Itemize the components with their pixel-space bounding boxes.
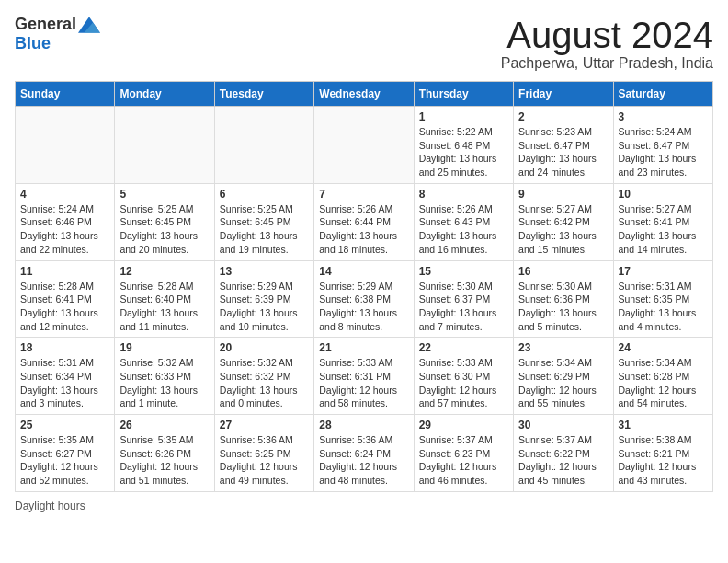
day-number: 10 <box>619 188 708 201</box>
day-info: Sunrise: 5:36 AM Sunset: 6:25 PM Dayligh… <box>220 433 309 488</box>
calendar-cell: 10Sunrise: 5:27 AM Sunset: 6:41 PM Dayli… <box>613 183 712 260</box>
day-info: Sunrise: 5:29 AM Sunset: 6:39 PM Dayligh… <box>220 280 309 334</box>
day-info: Sunrise: 5:36 AM Sunset: 6:24 PM Dayligh… <box>319 433 408 488</box>
day-info: Sunrise: 5:25 AM Sunset: 6:45 PM Dayligh… <box>220 202 309 257</box>
title-area: August 2024 Pachperwa, Uttar Pradesh, In… <box>501 15 713 72</box>
calendar-cell: 1Sunrise: 5:22 AM Sunset: 6:48 PM Daylig… <box>414 107 513 184</box>
calendar-cell: 15Sunrise: 5:30 AM Sunset: 6:37 PM Dayli… <box>414 260 513 338</box>
day-number: 23 <box>518 341 608 354</box>
day-number: 29 <box>419 419 508 431</box>
calendar-cell: 8Sunrise: 5:26 AM Sunset: 6:43 PM Daylig… <box>414 183 513 260</box>
day-number: 9 <box>518 188 608 201</box>
calendar-cell: 12Sunrise: 5:28 AM Sunset: 6:40 PM Dayli… <box>115 260 214 338</box>
daylight-label: Daylight hours <box>15 500 85 512</box>
day-number: 14 <box>319 265 408 278</box>
day-info: Sunrise: 5:37 AM Sunset: 6:22 PM Dayligh… <box>518 433 608 488</box>
calendar-cell: 28Sunrise: 5:36 AM Sunset: 6:24 PM Dayli… <box>314 415 414 492</box>
day-number: 19 <box>119 341 209 354</box>
day-info: Sunrise: 5:31 AM Sunset: 6:35 PM Dayligh… <box>619 280 708 334</box>
calendar-header-row: SundayMondayTuesdayWednesdayThursdayFrid… <box>16 82 713 107</box>
day-info: Sunrise: 5:24 AM Sunset: 6:47 PM Dayligh… <box>619 125 708 179</box>
calendar-cell: 5Sunrise: 5:25 AM Sunset: 6:45 PM Daylig… <box>115 183 214 260</box>
day-number: 4 <box>20 188 109 201</box>
day-number: 15 <box>419 265 508 278</box>
calendar-cell <box>115 107 214 184</box>
day-number: 1 <box>419 110 508 123</box>
day-number: 24 <box>619 341 708 354</box>
day-info: Sunrise: 5:34 AM Sunset: 6:29 PM Dayligh… <box>518 356 608 410</box>
day-info: Sunrise: 5:25 AM Sunset: 6:45 PM Dayligh… <box>119 202 209 257</box>
logo-icon <box>78 17 100 33</box>
logo-general: General <box>15 15 76 34</box>
calendar-cell: 2Sunrise: 5:23 AM Sunset: 6:47 PM Daylig… <box>514 107 613 184</box>
day-info: Sunrise: 5:33 AM Sunset: 6:31 PM Dayligh… <box>319 356 408 410</box>
day-number: 5 <box>119 188 209 201</box>
logo: General Blue <box>15 15 100 53</box>
day-info: Sunrise: 5:26 AM Sunset: 6:44 PM Dayligh… <box>319 202 408 257</box>
day-header-monday: Monday <box>115 82 214 107</box>
calendar-cell <box>16 107 115 184</box>
day-header-sunday: Sunday <box>16 82 115 107</box>
calendar-cell: 23Sunrise: 5:34 AM Sunset: 6:29 PM Dayli… <box>514 338 613 415</box>
calendar-cell: 9Sunrise: 5:27 AM Sunset: 6:42 PM Daylig… <box>514 183 613 260</box>
calendar-cell: 13Sunrise: 5:29 AM Sunset: 6:39 PM Dayli… <box>214 260 313 338</box>
calendar-cell: 30Sunrise: 5:37 AM Sunset: 6:22 PM Dayli… <box>514 415 613 492</box>
day-info: Sunrise: 5:33 AM Sunset: 6:30 PM Dayligh… <box>419 356 508 410</box>
day-number: 21 <box>319 341 408 354</box>
calendar-cell: 19Sunrise: 5:32 AM Sunset: 6:33 PM Dayli… <box>115 338 214 415</box>
day-number: 26 <box>119 419 209 431</box>
calendar-week-row: 1Sunrise: 5:22 AM Sunset: 6:48 PM Daylig… <box>16 107 713 184</box>
day-number: 31 <box>619 419 708 431</box>
day-info: Sunrise: 5:34 AM Sunset: 6:28 PM Dayligh… <box>619 356 708 410</box>
header: General Blue August 2024 Pachperwa, Utta… <box>15 15 713 72</box>
day-info: Sunrise: 5:38 AM Sunset: 6:21 PM Dayligh… <box>619 433 708 488</box>
day-number: 13 <box>220 265 309 278</box>
day-info: Sunrise: 5:30 AM Sunset: 6:36 PM Dayligh… <box>518 280 608 334</box>
day-number: 17 <box>619 265 708 278</box>
day-header-tuesday: Tuesday <box>214 82 313 107</box>
calendar-cell: 7Sunrise: 5:26 AM Sunset: 6:44 PM Daylig… <box>314 183 414 260</box>
day-info: Sunrise: 5:22 AM Sunset: 6:48 PM Dayligh… <box>419 125 508 179</box>
calendar-cell: 27Sunrise: 5:36 AM Sunset: 6:25 PM Dayli… <box>214 415 313 492</box>
day-info: Sunrise: 5:30 AM Sunset: 6:37 PM Dayligh… <box>419 280 508 334</box>
day-info: Sunrise: 5:35 AM Sunset: 6:26 PM Dayligh… <box>119 433 209 488</box>
calendar-cell: 4Sunrise: 5:24 AM Sunset: 6:46 PM Daylig… <box>16 183 115 260</box>
day-info: Sunrise: 5:32 AM Sunset: 6:33 PM Dayligh… <box>119 356 209 410</box>
day-info: Sunrise: 5:31 AM Sunset: 6:34 PM Dayligh… <box>20 356 109 410</box>
day-info: Sunrise: 5:37 AM Sunset: 6:23 PM Dayligh… <box>419 433 508 488</box>
calendar-cell: 17Sunrise: 5:31 AM Sunset: 6:35 PM Dayli… <box>613 260 712 338</box>
day-header-wednesday: Wednesday <box>314 82 414 107</box>
day-info: Sunrise: 5:27 AM Sunset: 6:42 PM Dayligh… <box>518 202 608 257</box>
day-info: Sunrise: 5:28 AM Sunset: 6:41 PM Dayligh… <box>20 280 109 334</box>
day-number: 7 <box>319 188 408 201</box>
calendar-week-row: 25Sunrise: 5:35 AM Sunset: 6:27 PM Dayli… <box>16 415 713 492</box>
footer-note: Daylight hours <box>15 500 713 512</box>
calendar-cell <box>314 107 414 184</box>
calendar-cell: 20Sunrise: 5:32 AM Sunset: 6:32 PM Dayli… <box>214 338 313 415</box>
day-info: Sunrise: 5:35 AM Sunset: 6:27 PM Dayligh… <box>20 433 109 488</box>
calendar-cell: 25Sunrise: 5:35 AM Sunset: 6:27 PM Dayli… <box>16 415 115 492</box>
location: Pachperwa, Uttar Pradesh, India <box>501 55 713 72</box>
day-number: 16 <box>518 265 608 278</box>
day-info: Sunrise: 5:24 AM Sunset: 6:46 PM Dayligh… <box>20 202 109 257</box>
calendar-week-row: 4Sunrise: 5:24 AM Sunset: 6:46 PM Daylig… <box>16 183 713 260</box>
day-number: 27 <box>220 419 309 431</box>
day-number: 12 <box>119 265 209 278</box>
day-info: Sunrise: 5:26 AM Sunset: 6:43 PM Dayligh… <box>419 202 508 257</box>
day-number: 11 <box>20 265 109 278</box>
day-info: Sunrise: 5:32 AM Sunset: 6:32 PM Dayligh… <box>220 356 309 410</box>
calendar-cell <box>214 107 313 184</box>
day-info: Sunrise: 5:28 AM Sunset: 6:40 PM Dayligh… <box>119 280 209 334</box>
day-number: 20 <box>220 341 309 354</box>
calendar-cell: 14Sunrise: 5:29 AM Sunset: 6:38 PM Dayli… <box>314 260 414 338</box>
day-header-saturday: Saturday <box>613 82 712 107</box>
day-number: 18 <box>20 341 109 354</box>
day-number: 22 <box>419 341 508 354</box>
calendar-cell: 31Sunrise: 5:38 AM Sunset: 6:21 PM Dayli… <box>613 415 712 492</box>
calendar-cell: 11Sunrise: 5:28 AM Sunset: 6:41 PM Dayli… <box>16 260 115 338</box>
day-header-friday: Friday <box>514 82 613 107</box>
day-info: Sunrise: 5:23 AM Sunset: 6:47 PM Dayligh… <box>518 125 608 179</box>
calendar-cell: 21Sunrise: 5:33 AM Sunset: 6:31 PM Dayli… <box>314 338 414 415</box>
month-title: August 2024 <box>501 15 713 55</box>
day-number: 3 <box>619 110 708 123</box>
